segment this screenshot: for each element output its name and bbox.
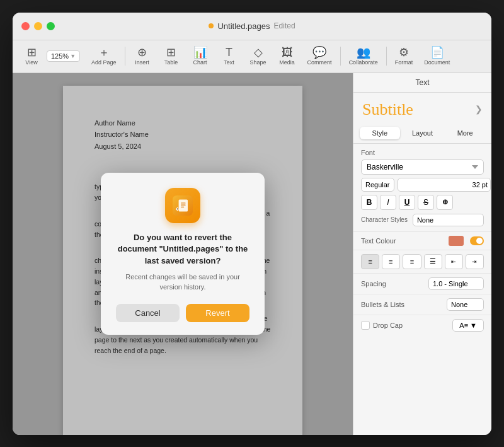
toolbar-text[interactable]: T Text [215, 44, 243, 68]
panel-subtitle-text: Subtitle [362, 100, 413, 119]
media-icon: 🖼 [282, 47, 293, 58]
toolbar-divider-3 [386, 47, 387, 66]
window-edited: Edited [274, 21, 295, 30]
font-size-input[interactable] [398, 178, 491, 192]
document-icon: 📄 [430, 47, 444, 58]
italic-button[interactable]: I [380, 195, 396, 210]
collaborate-icon: 👥 [357, 47, 370, 58]
panel-header: Text [353, 73, 491, 93]
minimize-button[interactable] [34, 22, 42, 30]
toolbar-insert[interactable]: ⊕ Insert [129, 44, 156, 68]
toolbar-shape[interactable]: ◇ Shape [244, 44, 272, 68]
bullets-row: Bullets & Lists None [353, 294, 491, 315]
window-title: Untitled.pages [217, 21, 270, 31]
spacing-select[interactable]: 1.0 - Single [428, 277, 484, 290]
toolbar-divider-2 [340, 47, 341, 66]
toolbar-format[interactable]: ⚙ Format [390, 44, 418, 68]
traffic-lights [21, 22, 55, 30]
color-swatch[interactable] [449, 236, 464, 246]
subtitle-chevron-icon: ❯ [475, 104, 483, 115]
char-styles-select[interactable]: None [413, 214, 484, 226]
font-weight-select[interactable]: Regular [361, 178, 394, 192]
text-color-row: Text Colour [353, 232, 491, 250]
indent-increase-button[interactable]: ⇥ [466, 254, 484, 269]
zoom-chevron: ▼ [70, 53, 76, 59]
dialog-app-icon [165, 188, 200, 223]
dialog-title: Do you want to revert the document "Unti… [116, 232, 249, 267]
align-justify-button[interactable]: ☰ [424, 254, 442, 269]
toolbar-chart[interactable]: 📊 Chart [186, 44, 214, 68]
comment-icon: 💬 [312, 47, 326, 58]
view-icon: ⊞ [27, 47, 37, 58]
alignment-row: ≡ ≡ ≡ ☰ ⇤ ⇥ [353, 250, 491, 274]
cancel-button[interactable]: Cancel [116, 304, 180, 322]
extra-format-button[interactable]: ⊕ [437, 195, 453, 210]
panel-tabs: Style Layout More [353, 123, 491, 144]
format-icon: ⚙ [399, 47, 409, 58]
color-toggle[interactable] [470, 236, 484, 245]
revert-button[interactable]: Revert [186, 304, 249, 322]
dialog-buttons: Cancel Revert [116, 304, 249, 322]
toolbar-divider-1 [125, 47, 125, 66]
tab-style[interactable]: Style [360, 127, 400, 139]
toolbar-collaborate[interactable]: 👥 Collaborate [344, 44, 383, 68]
char-styles-row: Character Styles None [361, 214, 484, 226]
main-area: Author Name Instructor's Name August 5, … [13, 73, 491, 435]
font-label: Font [361, 149, 484, 156]
strikethrough-button[interactable]: S [418, 195, 434, 210]
spacing-row: Spacing 1.0 - Single [353, 274, 491, 294]
insert-icon: ⊕ [137, 47, 147, 58]
align-left-button[interactable]: ≡ [361, 254, 379, 269]
text-icon: T [226, 47, 232, 58]
underline-button[interactable]: U [399, 195, 415, 210]
titlebar: Untitled.pages Edited [13, 13, 491, 40]
bullets-select[interactable]: None [447, 298, 484, 311]
font-family-select[interactable]: Baskerville [361, 160, 484, 175]
window-title-area: Untitled.pages Edited [209, 21, 295, 31]
drop-cap-format-button[interactable]: A≡ ▼ [452, 319, 484, 332]
align-right-button[interactable]: ≡ [403, 254, 421, 269]
dialog-message: Recent changes will be saved in your ver… [116, 272, 249, 293]
tab-more[interactable]: More [445, 127, 485, 139]
drop-cap-row: Drop Cap A≡ ▼ [353, 315, 491, 335]
toolbar-document[interactable]: 📄 Document [419, 44, 455, 68]
text-color-label: Text Colour [361, 237, 396, 245]
panel-subtitle-area: Subtitle ❯ [353, 93, 491, 123]
toolbar: ⊞ View 125% ▼ ＋ Add Page ⊕ Insert ⊞ Tabl… [13, 40, 491, 73]
tab-layout[interactable]: Layout [403, 127, 443, 139]
bullets-label: Bullets & Lists [361, 301, 404, 308]
shape-icon: ◇ [254, 47, 263, 58]
toolbar-add-page[interactable]: ＋ Add Page [86, 44, 122, 68]
zoom-control[interactable]: 125% ▼ [47, 50, 80, 62]
spacing-label: Spacing [361, 280, 386, 287]
maximize-button[interactable] [47, 22, 55, 30]
toolbar-comment[interactable]: 💬 Comment [302, 44, 337, 68]
font-section: Font Baskerville Regular B I U S ⊕ [353, 144, 491, 232]
drop-cap-label: Drop Cap [361, 321, 403, 330]
table-icon: ⊞ [166, 47, 176, 58]
align-center-button[interactable]: ≡ [382, 254, 400, 269]
char-styles-label: Character Styles [361, 216, 408, 223]
drop-cap-checkbox[interactable] [361, 321, 370, 330]
toolbar-table[interactable]: ⊞ Table [158, 44, 185, 68]
right-panel: Text Subtitle ❯ Style Layout More Font B… [353, 73, 491, 435]
chart-icon: 📊 [193, 47, 207, 58]
toolbar-media[interactable]: 🖼 Media [273, 44, 301, 68]
format-buttons-row: B I U S ⊕ [361, 195, 484, 210]
bold-button[interactable]: B [361, 195, 377, 210]
font-details-row: Regular [361, 178, 484, 192]
add-page-icon: ＋ [98, 47, 110, 58]
document-area[interactable]: Author Name Instructor's Name August 5, … [13, 73, 353, 435]
revert-dialog: Do you want to revert the document "Unti… [101, 173, 265, 335]
indent-decrease-button[interactable]: ⇤ [445, 254, 463, 269]
edited-dot [209, 23, 214, 28]
zoom-value: 125% [51, 52, 69, 60]
app-window: Untitled.pages Edited ⊞ View 125% ▼ ＋ Ad… [13, 13, 491, 435]
toolbar-view[interactable]: ⊞ View [18, 44, 45, 68]
close-button[interactable] [21, 22, 30, 30]
dialog-overlay: Do you want to revert the document "Unti… [13, 73, 353, 435]
